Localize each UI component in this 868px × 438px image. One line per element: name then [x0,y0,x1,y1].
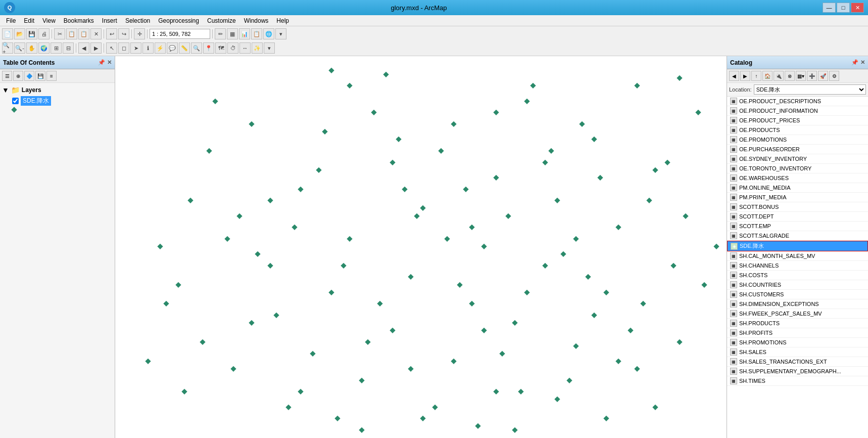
select-elements-button[interactable]: ↖ [106,42,117,54]
cut-button[interactable]: ✂ [54,28,65,39]
toc-source-button[interactable]: 🔷 [24,71,34,81]
arrow-tool-button[interactable]: ➤ [130,42,141,54]
menu-item-help[interactable]: Help [272,16,293,25]
menu-item-edit[interactable]: Edit [20,16,38,25]
time-slider-button[interactable]: ⏱ [227,42,238,54]
toc-save-button[interactable]: 💾 [35,71,45,81]
catalog-pin-button[interactable]: 📌 [851,59,858,66]
catalog-add-data-button[interactable]: ➕ [807,71,817,81]
open-button[interactable]: 📂 [14,28,25,39]
new-button[interactable]: 📄 [2,28,13,39]
catalog-item[interactable]: ▦SCOTT.DEPT [727,212,868,222]
catalog-item[interactable]: ▦PM.ONLINE_MEDIA [727,183,868,193]
catalog-item[interactable]: ▦SH.TIMES [727,376,868,386]
catalog-item[interactable]: ▦SH.PROMOTIONS [727,338,868,347]
layer-name[interactable]: SDE.降水 [21,96,51,106]
catalog-item[interactable]: ▦SH.FWEEK_PSCAT_SALES_MV [727,309,868,319]
catalog-item[interactable]: ◈SDE.降水 [727,241,868,251]
paste-button[interactable]: 📋 [78,28,89,39]
catalog-item[interactable]: ▦SH.CAL_MONTH_SALES_MV [727,251,868,261]
maximize-button[interactable]: □ [837,3,850,13]
go-to-xy-button[interactable]: 📍 [203,42,214,54]
catalog-item[interactable]: ▦OE.TORONTO_INVENTORY [727,164,868,173]
menu-item-customize[interactable]: Customize [203,16,240,25]
effects-button[interactable]: ✨ [252,42,263,54]
catalog-item[interactable]: ▦PM.PRINT_MEDIA [727,193,868,202]
table-button[interactable]: ▦ [227,28,238,39]
more-button[interactable]: ▾ [275,28,286,39]
toc-add-button[interactable]: ⊕ [13,71,23,81]
catalog-back-button[interactable]: ◀ [729,71,739,81]
catalog-item[interactable]: ▦SCOTT.EMP [727,222,868,231]
expand-icon[interactable]: ▼ [2,86,9,94]
html-popup-button[interactable]: 💬 [167,42,178,54]
back-button[interactable]: ◀ [78,42,89,54]
fixed-zoom-in-button[interactable]: ⊞ [51,42,62,54]
catalog-view-button[interactable]: ▦▾ [796,71,806,81]
close-button[interactable]: ✕ [851,3,864,13]
catalog-location-select[interactable]: SDE.降水 [754,84,866,95]
minimize-button[interactable]: — [823,3,836,13]
catalog-home-button[interactable]: 🏠 [762,71,773,81]
catalog-item[interactable]: ▦SH.CHANNELS [727,261,868,271]
arcmap-viewer-button[interactable]: 🗺 [215,42,226,54]
scale-input[interactable] [150,29,210,39]
globe-button[interactable]: 🌐 [263,28,274,39]
catalog-item[interactable]: ▦SH.CUSTOMERS [727,290,868,299]
catalog-item[interactable]: ▦SH.PROFITS [727,328,868,338]
catalog-item[interactable]: ▦OE.PRODUCT_DESCRIPTIONS [727,97,868,106]
zoom-in-button[interactable]: 🔍+ [2,42,13,54]
identify-button[interactable]: ℹ [142,42,154,54]
map-area[interactable] [115,56,727,438]
menu-item-selection[interactable]: Selection [121,16,154,25]
catalog-item[interactable]: ▦OE.PROMOTIONS [727,135,868,145]
menu-item-geoprocessing[interactable]: Geoprocessing [154,16,203,25]
toc-close-button[interactable]: ✕ [107,59,112,66]
delete-button[interactable]: ✕ [90,28,102,39]
redo-button[interactable]: ↪ [118,28,129,39]
catalog-close-button[interactable]: ✕ [860,59,865,66]
find-button[interactable]: 🔍 [191,42,202,54]
catalog-item[interactable]: ▦SCOTT.BONUS [727,202,868,212]
print-button[interactable]: 🖨 [38,28,50,39]
forward-button[interactable]: ▶ [90,42,102,54]
catalog-item[interactable]: ▦OE.PRODUCT_PRICES [727,116,868,125]
menu-item-insert[interactable]: Insert [98,16,121,25]
full-extent-button[interactable]: 🌍 [38,42,50,54]
toc-list-view-button[interactable]: ☰ [2,71,12,81]
catalog-item[interactable]: ▦OE.PRODUCTS [727,125,868,135]
catalog-item[interactable]: ▦SH.COUNTRIES [727,280,868,290]
catalog-forward-button[interactable]: ▶ [740,71,750,81]
catalog-options-button[interactable]: ⚙ [829,71,839,81]
measure-button[interactable]: 📏 [179,42,190,54]
catalog-up-button[interactable]: ↑ [751,71,761,81]
select-features-button[interactable]: ◻ [118,42,129,54]
catalog-item[interactable]: ▦SH.SALES_TRANSACTIONS_EXT [727,357,868,367]
catalog-connect-button[interactable]: 🔌 [774,71,784,81]
editor-button[interactable]: ✏ [215,28,226,39]
undo-button[interactable]: ↩ [106,28,117,39]
layer-checkbox[interactable] [12,98,19,104]
catalog-item[interactable]: ▦SH.DIMENSION_EXCEPTIONS [727,299,868,309]
fixed-zoom-out-button[interactable]: ⊟ [63,42,74,54]
hyperlink-button[interactable]: ⚡ [155,42,166,54]
catalog-item[interactable]: ▦SH.COSTS [727,271,868,280]
catalog-item[interactable]: ▦SH.SUPPLEMENTARY_DEMOGRAPH... [727,367,868,376]
layout-button[interactable]: ▾ [264,42,275,54]
pan-button[interactable]: ✋ [26,42,37,54]
toc-options-button[interactable]: ≡ [46,71,57,81]
catalog-item[interactable]: ▦SCOTT.SALGRADE [727,231,868,241]
add-data-button[interactable]: ✛ [134,28,145,39]
catalog-item[interactable]: ▦SH.SALES [727,347,868,357]
catalog-item[interactable]: ▦SH.PRODUCTS [727,319,868,328]
save-button[interactable]: 💾 [26,28,37,39]
toc-pin-button[interactable]: 📌 [98,59,105,66]
catalog-item[interactable]: ▦OE.SYDNEY_INVENTORY [727,154,868,164]
swipe-button[interactable]: ↔ [239,42,251,54]
report-button[interactable]: 📋 [251,28,262,39]
catalog-item[interactable]: ▦OE.PURCHASEORDER [727,145,868,154]
menu-item-file[interactable]: File [2,16,20,25]
catalog-item[interactable]: ▦OE.PRODUCT_INFORMATION [727,106,868,116]
menu-item-windows[interactable]: Windows [240,16,273,25]
menu-item-bookmarks[interactable]: Bookmarks [60,16,98,25]
